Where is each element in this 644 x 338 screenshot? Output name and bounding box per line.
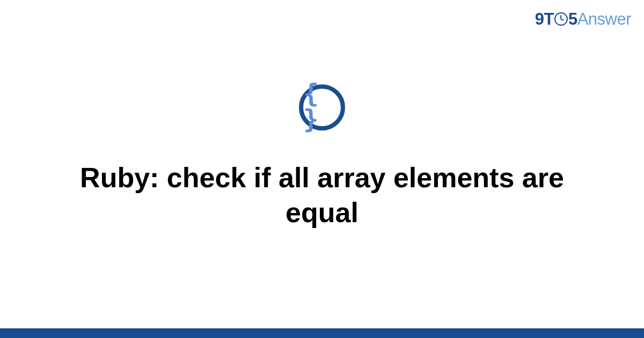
logo-text-9t: 9T	[535, 10, 554, 29]
logo-text-answer: Answer	[577, 10, 631, 29]
code-braces-icon: { }	[303, 80, 341, 132]
site-logo: 9T 5 Answer	[535, 10, 631, 29]
logo-text-5: 5	[568, 10, 577, 29]
footer-accent-bar	[0, 328, 644, 338]
topic-icon-circle: { }	[299, 84, 345, 130]
clock-icon	[554, 12, 568, 26]
main-content: { } Ruby: check if all array elements ar…	[0, 84, 644, 230]
page-title: Ruby: check if all array elements are eq…	[64, 160, 580, 230]
